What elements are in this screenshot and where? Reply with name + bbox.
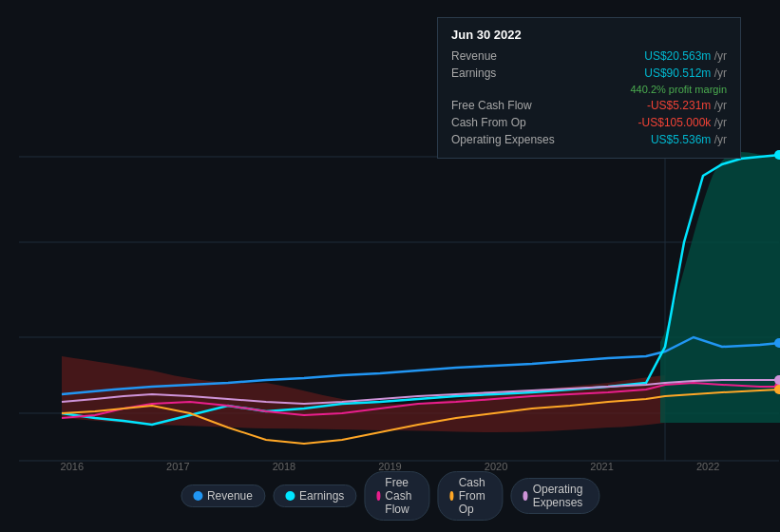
tooltip-row-cashop: Cash From Op -US$105.000k /yr	[451, 114, 727, 131]
legend-fcf[interactable]: Free Cash Flow	[364, 471, 429, 521]
legend-label-cashop: Cash From Op	[459, 476, 491, 516]
label-fcf: Free Cash Flow	[451, 99, 565, 112]
legend-dot-revenue	[193, 491, 202, 501]
label-opex: Operating Expenses	[451, 133, 565, 146]
tooltip-row-profit-margin: 440.2% profit margin	[451, 82, 727, 97]
tooltip-box: Jun 30 2022 Revenue US$20.563m /yr Earni…	[437, 17, 741, 159]
x-label-2016: 2016	[61, 461, 84, 472]
tooltip-title: Jun 30 2022	[451, 28, 727, 42]
legend-label-fcf: Free Cash Flow	[385, 476, 417, 516]
legend-dot-earnings	[285, 491, 295, 501]
label-cashop: Cash From Op	[451, 116, 565, 129]
tooltip-row-fcf: Free Cash Flow -US$5.231m /yr	[451, 97, 727, 114]
tooltip-row-opex: Operating Expenses US$5.536m /yr	[451, 131, 727, 148]
legend-cashop[interactable]: Cash From Op	[437, 471, 503, 521]
legend-revenue[interactable]: Revenue	[181, 484, 265, 507]
legend-label-earnings: Earnings	[299, 489, 344, 503]
legend-dot-opex	[523, 491, 527, 501]
legend-label-opex: Operating Expenses	[533, 483, 587, 509]
label-earnings: Earnings	[451, 66, 565, 80]
legend-earnings[interactable]: Earnings	[273, 484, 356, 507]
legend-label-revenue: Revenue	[207, 489, 253, 503]
value-earnings: US$90.512m /yr	[644, 66, 727, 80]
x-label-2022: 2022	[696, 461, 719, 472]
chart-area	[0, 147, 780, 475]
value-revenue: US$20.563m /yr	[644, 49, 727, 63]
chart-legend: Revenue Earnings Free Cash Flow Cash Fro…	[181, 471, 599, 521]
label-revenue: Revenue	[451, 49, 565, 63]
value-cashop: -US$105.000k /yr	[638, 116, 727, 129]
tooltip-row-earnings: Earnings US$90.512m /yr	[451, 65, 727, 82]
profit-margin-value: 440.2% profit margin	[631, 84, 728, 95]
value-opex: US$5.536m /yr	[651, 133, 727, 146]
legend-dot-fcf	[376, 491, 380, 501]
legend-opex[interactable]: Operating Expenses	[510, 478, 599, 514]
tooltip-row-revenue: Revenue US$20.563m /yr	[451, 48, 727, 65]
value-fcf: -US$5.231m /yr	[647, 99, 727, 112]
legend-dot-cashop	[449, 491, 453, 501]
